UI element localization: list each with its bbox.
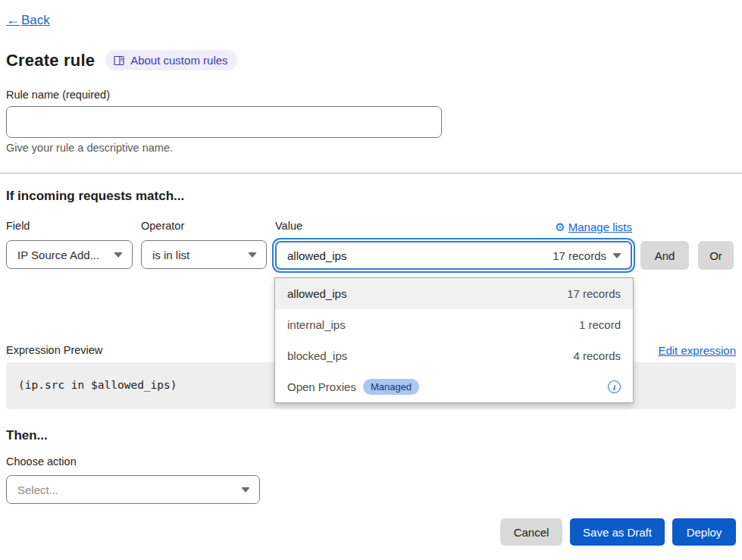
expression-code: (ip.src in $allowed_ips) <box>18 379 177 391</box>
operator-label: Operator <box>141 220 184 232</box>
create-rule-page: ←Back Create rule About custom rules Rul… <box>0 0 742 560</box>
value-select[interactable]: allowed_ips 17 records <box>275 241 632 270</box>
expression-preview-label: Expression Preview <box>6 344 102 356</box>
managed-badge: Managed <box>363 379 419 395</box>
cancel-button[interactable]: Cancel <box>500 518 562 546</box>
dropdown-item-open-proxies[interactable]: Open Proxies Managed i <box>275 371 633 402</box>
action-select[interactable]: Select... <box>6 475 260 504</box>
value-select-count: 17 records <box>553 249 606 262</box>
field-label: Field <box>6 220 30 232</box>
book-icon <box>113 55 125 67</box>
then-section-heading: Then... <box>6 428 48 443</box>
save-as-draft-button[interactable]: Save as Draft <box>570 518 665 546</box>
rule-name-helper: Give your rule a descriptive name. <box>6 142 173 154</box>
info-icon[interactable]: i <box>608 380 621 393</box>
about-custom-rules-link[interactable]: About custom rules <box>105 50 236 70</box>
operator-select-value: is in list <box>152 249 189 261</box>
list-name: internal_ips <box>287 318 346 331</box>
deploy-button[interactable]: Deploy <box>672 518 736 546</box>
back-arrow-icon: ← <box>6 12 20 27</box>
chevron-down-icon <box>612 253 621 258</box>
section-divider <box>0 173 742 174</box>
and-button[interactable]: And <box>640 241 689 270</box>
list-name-wrap: Open Proxies Managed <box>287 379 419 395</box>
operator-select[interactable]: is in list <box>141 240 267 269</box>
gear-icon: ⚙ <box>555 221 565 233</box>
choose-action-label: Choose action <box>6 455 77 468</box>
chevron-down-icon <box>241 487 250 493</box>
list-name: Open Proxies <box>287 380 356 393</box>
manage-lists-row: ⚙Manage lists <box>275 221 632 234</box>
list-name: blocked_ips <box>287 349 347 362</box>
page-title: Create rule <box>6 51 95 70</box>
rule-name-input[interactable] <box>6 106 442 138</box>
manage-lists-link[interactable]: Manage lists <box>568 221 632 233</box>
chevron-down-icon <box>248 252 257 258</box>
title-row: Create rule About custom rules <box>6 50 237 70</box>
list-record-count: 1 record <box>579 318 621 331</box>
or-button[interactable]: Or <box>698 241 734 270</box>
list-name: allowed_ips <box>287 287 346 300</box>
match-section-heading: If incoming requests match... <box>6 189 184 204</box>
dropdown-item-blocked-ips[interactable]: blocked_ips 4 records <box>275 340 633 371</box>
dropdown-item-allowed-ips[interactable]: allowed_ips 17 records <box>275 278 633 309</box>
field-select-value: IP Source Add... <box>17 249 99 261</box>
value-select-value: allowed_ips <box>287 249 346 262</box>
list-record-count: 4 records <box>573 349 621 362</box>
about-custom-rules-label: About custom rules <box>130 54 227 67</box>
edit-expression-link[interactable]: Edit expression <box>658 344 736 357</box>
back-label: Back <box>21 13 50 27</box>
back-link[interactable]: ←Back <box>6 12 50 28</box>
field-select[interactable]: IP Source Add... <box>6 240 133 269</box>
list-record-count: 17 records <box>567 287 621 300</box>
chevron-down-icon <box>114 252 123 258</box>
action-select-placeholder: Select... <box>17 483 58 496</box>
rule-name-label: Rule name (required) <box>6 89 110 101</box>
dropdown-item-internal-ips[interactable]: internal_ips 1 record <box>275 309 633 340</box>
value-dropdown-menu: allowed_ips 17 records internal_ips 1 re… <box>274 277 634 403</box>
